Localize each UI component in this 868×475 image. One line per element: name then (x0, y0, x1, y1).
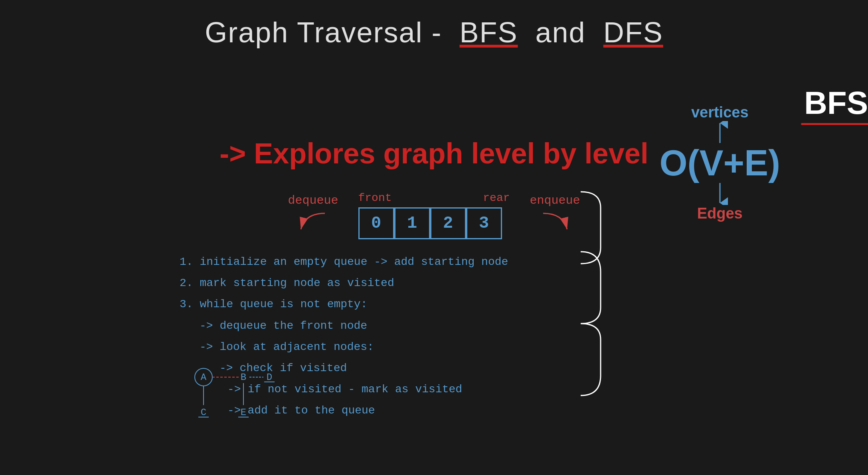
queue-box-3: 3 (466, 207, 502, 239)
complexity-section: vertices O(V+E) Edges (659, 104, 780, 222)
svg-text:B: B (241, 372, 246, 383)
graph-diagram: A B D C E (180, 353, 291, 435)
arrow-down-icon (712, 181, 728, 205)
queue-box-2: 2 (430, 207, 466, 239)
step-3a: -> dequeue the front node (200, 315, 868, 336)
dequeue-label: dequeue (288, 194, 338, 207)
front-label: front (358, 192, 392, 204)
step-3b3: -> add it to the queue (227, 400, 868, 421)
step-1: 1. initialize an empty queue -> add star… (180, 251, 868, 272)
step-2: 2. mark starting node as visited (180, 272, 868, 294)
queue-box-0: 0 (358, 207, 394, 239)
bfs-heading: BFS (804, 85, 868, 125)
arrow-up-icon (712, 121, 728, 145)
step-3b2: -> if not visited - mark as visited (227, 379, 868, 400)
step-3: 3. while queue is not empty: (180, 294, 868, 315)
svg-text:A: A (201, 372, 207, 383)
title-bfs: BFS (459, 16, 518, 48)
svg-text:E: E (241, 407, 246, 418)
main-container: Graph Traversal - BFS and DFS BFS -> Exp… (0, 0, 868, 475)
svg-text:D: D (267, 372, 272, 383)
main-title: Graph Traversal - BFS and DFS (0, 0, 868, 49)
title-dfs: DFS (603, 16, 663, 48)
queue-box-1: 1 (394, 207, 430, 239)
curly-bracket-bottom (573, 244, 613, 403)
queue-visual: front rear 0 1 2 3 (358, 192, 510, 239)
svg-text:C: C (201, 407, 206, 418)
rear-label: rear (483, 192, 510, 204)
step-3b1: -> check if visited (219, 358, 868, 379)
dequeue-section: dequeue (288, 194, 338, 237)
title-and: and (536, 16, 586, 48)
complexity-formula: O(V+E) (659, 145, 780, 181)
vertices-label: vertices (691, 104, 749, 121)
step-3b: -> look at adjacent nodes: (200, 336, 868, 358)
edges-label: Edges (697, 205, 743, 222)
